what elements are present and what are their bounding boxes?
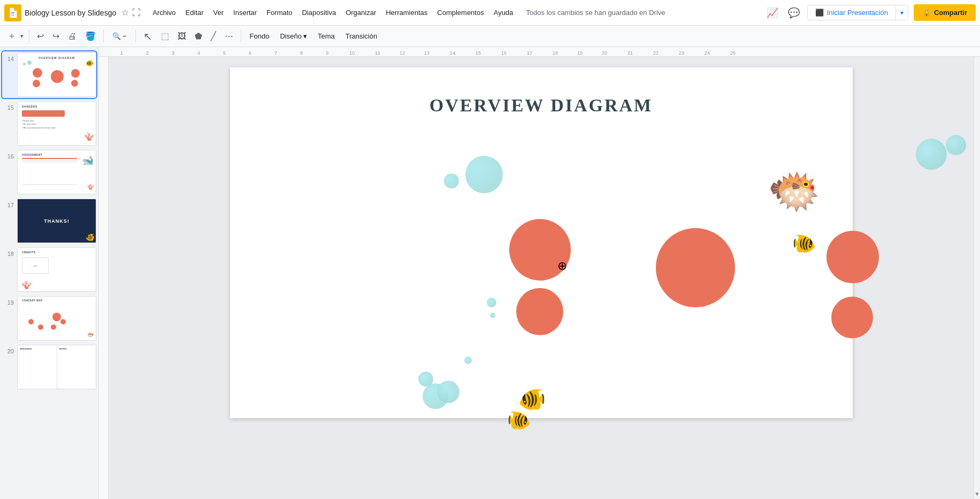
svg-text:13: 13 [424, 50, 430, 56]
tropical-fish-large: 🐡 [767, 167, 821, 217]
bubble-topleft-large [465, 156, 503, 193]
redo-button[interactable]: ↪ [49, 29, 63, 43]
svg-text:4: 4 [197, 50, 200, 56]
menu-organizar[interactable]: Organizar [341, 6, 380, 19]
lock-icon: 🔒 [922, 9, 931, 17]
svg-text:6: 6 [249, 50, 251, 56]
slide-thumb-19: CONCEPT MAP 🐡 [17, 296, 96, 341]
menu-ver[interactable]: Ver [209, 6, 228, 19]
slide-number-20: 20 [3, 348, 14, 354]
toolbar-sep-4 [241, 30, 241, 43]
svg-text:10: 10 [349, 50, 355, 56]
svg-rect-0 [11, 12, 14, 13]
slide-canvas-area[interactable]: OVERVIEW DIAGRAM [109, 57, 974, 499]
svg-rect-1 [11, 13, 13, 14]
svg-text:20: 20 [602, 50, 607, 56]
svg-text:19: 19 [577, 50, 583, 56]
menu-bar: Archivo Editar Ver Insertar Formato Diap… [148, 6, 517, 19]
present-main-button[interactable]: ⬛ Iniciar Presentación [808, 5, 895, 20]
svg-text:11: 11 [375, 50, 380, 56]
main-area: 14 OVERVIEW DIAGRAM 🐠 [0, 47, 980, 499]
slide-canvas[interactable]: OVERVIEW DIAGRAM [230, 67, 853, 418]
circle-center[interactable] [656, 228, 735, 307]
bubble-bottomleft-3 [437, 381, 460, 403]
menu-ayuda[interactable]: Ayuda [489, 6, 518, 19]
menu-editar[interactable]: Editar [181, 6, 208, 19]
zoom-value: − [122, 32, 127, 40]
paint-format-button[interactable]: 🪣 [82, 29, 99, 43]
slide-panel: 14 OVERVIEW DIAGRAM 🐠 [0, 47, 99, 499]
slide-item-18[interactable]: 18 CREDITS table 🪸 [2, 246, 96, 293]
share-button[interactable]: 🔒 Compartir [914, 4, 976, 21]
cursor-tool[interactable]: ↖ [140, 28, 156, 45]
svg-text:23: 23 [679, 50, 684, 56]
slide-number-17: 17 [3, 202, 14, 208]
add-button[interactable]: ＋ [4, 28, 19, 44]
svg-text:7: 7 [274, 50, 277, 56]
menu-insertar[interactable]: Insertar [229, 6, 261, 19]
toolbar-sep-1 [29, 30, 29, 43]
menu-complementos[interactable]: Complementos [433, 6, 488, 19]
svg-text:15: 15 [476, 50, 481, 56]
menu-herramientas[interactable]: Herramientas [381, 6, 432, 19]
bubble-topleft-small [444, 173, 459, 188]
diseno-arrow: ▾ [303, 32, 307, 40]
circle-left-bottom[interactable] [516, 288, 563, 335]
trends-icon[interactable]: 📈 [764, 5, 780, 21]
circle-left-top[interactable] [509, 219, 571, 281]
circle-right-top[interactable] [826, 231, 879, 283]
slide-item-14[interactable]: 14 OVERVIEW DIAGRAM 🐠 [2, 51, 96, 98]
slide-thumb-16: ASSIGNMENT 🐋 🪸 [17, 150, 96, 194]
vertical-ruler [99, 57, 109, 499]
right-scrollbar[interactable]: ▼ [974, 57, 980, 499]
present-dropdown-button[interactable]: ▾ [895, 6, 908, 20]
menu-diapositiva[interactable]: Diapositiva [298, 6, 341, 19]
slide-number-18: 18 [3, 251, 14, 257]
undo-button[interactable]: ↩ [34, 29, 47, 43]
star-icon[interactable]: ☆ [121, 7, 129, 18]
svg-text:21: 21 [627, 50, 633, 56]
svg-text:8: 8 [300, 50, 303, 56]
fondo-button[interactable]: Fondo [246, 31, 274, 41]
svg-text:22: 22 [653, 50, 659, 56]
comments-icon[interactable]: 💬 [786, 5, 802, 21]
diseno-label: Diseño [280, 32, 301, 40]
svg-text:24: 24 [705, 50, 710, 56]
menu-archivo[interactable]: Archivo [148, 6, 180, 19]
present-label: Iniciar Presentación [827, 9, 888, 17]
diseno-button[interactable]: Diseño ▾ [275, 31, 311, 41]
svg-text:16: 16 [501, 50, 507, 56]
clownfish-2: 🐠 [507, 409, 531, 432]
app-logo [4, 4, 21, 21]
slide-item-15[interactable]: 15 DANGERS • Notice here • No more here … [2, 100, 96, 147]
line-tool[interactable]: ╱ [208, 29, 219, 43]
transicion-button[interactable]: Transición [341, 31, 381, 41]
svg-text:1: 1 [120, 50, 123, 56]
circle-right-bottom[interactable] [831, 297, 873, 338]
text-box-tool[interactable]: ⬚ [158, 29, 172, 43]
toolbar: ＋ ▾ ↩ ↪ 🖨 🪣 🔍 − ↖ ⬚ 🖼 ⬟ ╱ ⋯ Fondo Diseño… [0, 26, 980, 47]
scroll-down-arrow[interactable]: ▼ [975, 491, 980, 497]
slide-item-19[interactable]: 19 CONCEPT MAP 🐡 [2, 295, 96, 342]
image-tool[interactable]: 🖼 [174, 29, 189, 43]
slide-number-15: 15 [3, 104, 14, 111]
svg-rect-2 [11, 14, 14, 15]
print-button[interactable]: 🖨 [65, 29, 80, 43]
menu-formato[interactable]: Formato [262, 6, 296, 19]
slide-item-17[interactable]: 17 THANKS! 🐠 [2, 198, 96, 244]
slide-item-16[interactable]: 16 ASSIGNMENT 🐋 🪸 [2, 149, 96, 195]
more-tools[interactable]: ⋯ [221, 29, 236, 43]
present-button-group: ⬛ Iniciar Presentación ▾ [807, 5, 908, 20]
zoom-control[interactable]: 🔍 − [108, 31, 131, 41]
save-status: Todos los cambios se han guardado en Dri… [526, 9, 761, 17]
slide-number-19: 19 [3, 299, 14, 306]
bubble-topright-1 [916, 139, 947, 170]
shapes-tool[interactable]: ⬟ [192, 29, 205, 43]
svg-text:12: 12 [400, 50, 405, 56]
clownfish-1: 🐠 [518, 386, 546, 412]
slide-item-20[interactable]: 20 RESOURCE NOTES [2, 344, 96, 390]
ruler-area: 123 456 789 101112 131415 161718 192021 … [99, 47, 980, 499]
tema-button[interactable]: Tema [313, 31, 339, 41]
svg-text:3: 3 [172, 50, 174, 56]
folder-icon[interactable]: ⛶ [132, 8, 141, 18]
